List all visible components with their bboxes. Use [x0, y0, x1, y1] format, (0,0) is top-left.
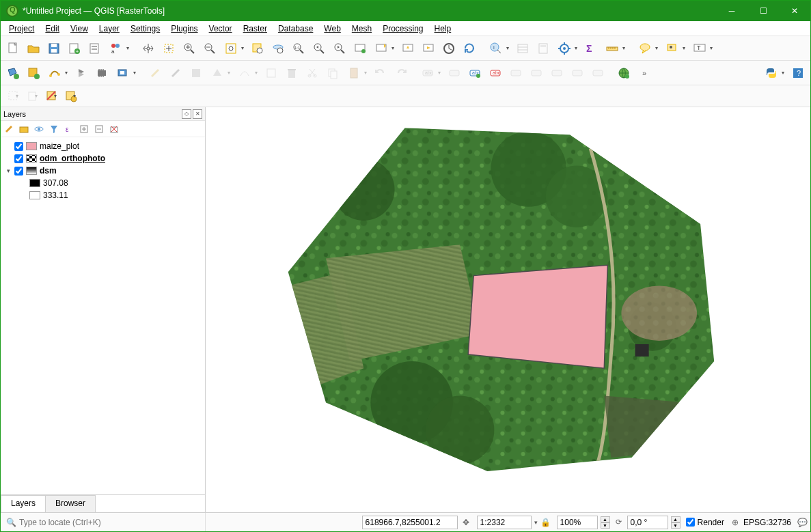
new-map-view-button[interactable] [350, 39, 370, 58]
deselect-all-button[interactable] [42, 87, 59, 105]
coordinate-input[interactable] [362, 516, 458, 529]
zoom-next-button[interactable] [330, 39, 349, 58]
cut-features-button[interactable] [303, 64, 322, 83]
menu-layer[interactable]: Layer [94, 23, 125, 35]
locate-input[interactable] [19, 518, 202, 527]
add-feature-button[interactable] [207, 64, 233, 83]
show-spatial-bookmarks-button[interactable] [398, 39, 417, 58]
close-button[interactable]: ✕ [779, 1, 810, 21]
layers-panel-header[interactable]: Layers ◇ ✕ [1, 107, 205, 121]
style-manager-button[interactable]: a [106, 39, 132, 58]
identify-features-button[interactable]: i [486, 39, 512, 58]
new-print-layout-button[interactable]: + [65, 39, 84, 58]
render-checkbox[interactable] [686, 518, 695, 527]
layer-visibility-checkbox[interactable] [14, 167, 23, 176]
maximize-button[interactable]: ☐ [747, 1, 779, 21]
highlight-label-button[interactable]: abc [465, 64, 484, 83]
show-hide-labels-button[interactable] [506, 64, 525, 83]
menu-help[interactable]: Help [429, 23, 457, 35]
zoom-out-button[interactable] [200, 39, 219, 58]
collapse-all-button[interactable] [94, 124, 105, 135]
new-project-button[interactable] [3, 39, 23, 58]
open-project-button[interactable] [24, 39, 43, 58]
layer-styling-button[interactable] [3, 124, 14, 135]
tab-browser[interactable]: Browser [45, 495, 96, 512]
maptips-button[interactable] [635, 39, 661, 58]
lock-scale-icon[interactable]: 🔒 [540, 517, 551, 528]
temporal-controller-button[interactable] [419, 39, 438, 58]
measure-button[interactable] [602, 39, 628, 58]
zoom-to-selection-button[interactable] [248, 39, 267, 58]
zoom-to-layer-button[interactable] [269, 39, 288, 58]
field-calculator-button[interactable] [534, 39, 553, 58]
copy-features-button[interactable] [323, 64, 342, 83]
modify-attributes-button[interactable] [262, 64, 281, 83]
redo-button[interactable] [391, 64, 411, 83]
zoom-last-button[interactable] [310, 39, 329, 58]
toggle-editing-button[interactable] [166, 64, 185, 83]
current-edits-button[interactable] [146, 64, 165, 83]
menu-plugins[interactable]: Plugins [165, 23, 203, 35]
pan-to-selection-button[interactable] [159, 39, 178, 58]
menu-database[interactable]: Database [273, 23, 318, 35]
zoom-in-button[interactable] [180, 39, 199, 58]
expand-all-button[interactable] [79, 124, 90, 135]
layers-panel-undock-button[interactable]: ◇ [182, 109, 191, 119]
menu-processing[interactable]: Processing [377, 23, 428, 35]
extents-icon[interactable]: ✥ [461, 517, 471, 528]
map-canvas[interactable] [206, 107, 810, 512]
zoom-full-button[interactable] [221, 39, 247, 58]
plugin-globe-button[interactable] [614, 64, 633, 83]
zoom-native-button[interactable]: 1:1 [289, 39, 308, 58]
menu-mesh[interactable]: Mesh [346, 23, 377, 35]
expand-toggle-icon[interactable]: ▾ [5, 167, 12, 174]
change-label-button[interactable] [568, 64, 587, 83]
menu-raster[interactable]: Raster [238, 23, 273, 35]
save-project-button[interactable] [44, 39, 64, 58]
menu-project[interactable]: Project [3, 23, 40, 35]
filter-expression-button[interactable]: ε [64, 124, 74, 135]
text-annotation-button[interactable]: T [689, 39, 715, 58]
layer-visibility-checkbox[interactable] [14, 142, 23, 151]
open-attribute-table-button[interactable] [513, 39, 532, 58]
minimize-button[interactable]: ─ [716, 1, 747, 21]
help-button[interactable]: ? [788, 64, 808, 83]
vertex-tool-button[interactable] [234, 64, 260, 83]
rotation-input[interactable] [627, 516, 668, 529]
select-all-button[interactable] [61, 87, 79, 105]
menu-vector[interactable]: Vector [204, 23, 238, 35]
layer-row-dsm[interactable]: ▾ dsm [2, 165, 204, 177]
magnifier-input[interactable] [557, 516, 598, 529]
remove-layer-button[interactable] [109, 124, 120, 135]
layer-row-maize-plot[interactable]: maize_plot [2, 140, 204, 152]
add-group-button[interactable] [18, 124, 29, 135]
refresh-button[interactable] [439, 39, 458, 58]
menu-view[interactable]: View [65, 23, 94, 35]
python-console-button[interactable] [761, 64, 787, 83]
new-virtual-layer-button[interactable] [113, 64, 139, 83]
pan-map-button[interactable] [139, 39, 158, 58]
diagram-layer-button[interactable] [445, 64, 464, 83]
layer-row-orthophoto[interactable]: odm_orthophoto [2, 152, 204, 165]
messages-button[interactable]: 💬 [794, 513, 810, 531]
new-geopackage-layer-button[interactable] [72, 64, 91, 83]
refresh-map-button[interactable] [460, 39, 479, 58]
scale-dropdown-icon[interactable]: ▾ [534, 519, 538, 526]
locate-box[interactable]: 🔍 [1, 513, 206, 531]
processing-toolbox-button[interactable] [554, 39, 580, 58]
scale-input[interactable] [477, 516, 532, 529]
magnifier-spinner[interactable]: ▲▼ [601, 516, 610, 529]
add-raster-layer-button[interactable] [24, 64, 43, 83]
annotation-button[interactable] [662, 39, 688, 58]
change-label-properties-button[interactable] [588, 64, 607, 83]
menu-edit[interactable]: Edit [40, 23, 65, 35]
undo-button[interactable] [371, 64, 390, 83]
select-by-value-button[interactable] [23, 87, 40, 105]
layers-panel-close-button[interactable]: ✕ [193, 109, 202, 119]
menu-settings[interactable]: Settings [125, 23, 165, 35]
pin-label-button[interactable]: abc [486, 64, 505, 83]
rotation-spinner[interactable]: ▲▼ [671, 516, 681, 529]
layers-tree[interactable]: maize_plot odm_orthophoto ▾ dsm 307.08 [1, 137, 205, 494]
new-shapefile-layer-button[interactable] [44, 64, 70, 83]
filter-legend-button[interactable] [49, 124, 59, 135]
